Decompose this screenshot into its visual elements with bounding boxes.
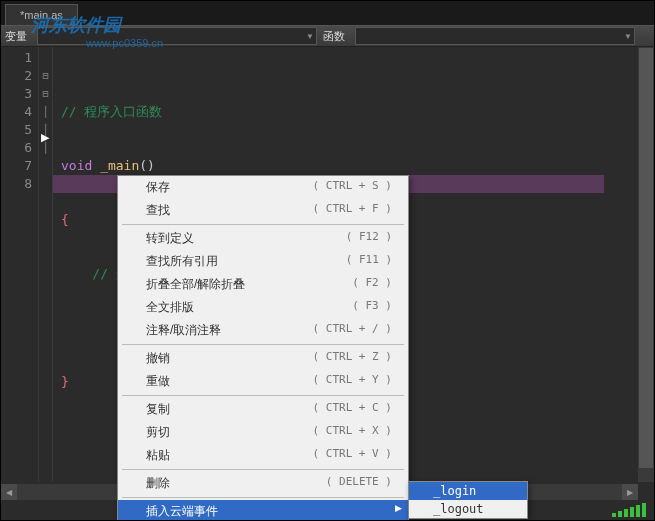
cursor-arrow-icon: ▶ xyxy=(41,131,49,144)
variable-dropdown[interactable]: ▼ xyxy=(37,27,317,45)
line-number: 8 xyxy=(1,175,32,193)
menu-toggle-comment[interactable]: 注释/取消注释( CTRL + / ) xyxy=(118,319,408,342)
variable-label: 变量 xyxy=(5,29,29,44)
vertical-scrollbar[interactable] xyxy=(638,47,654,482)
line-number-gutter: 1 2 3 4 5 6 7 8 xyxy=(1,47,39,482)
menu-undo[interactable]: 撤销( CTRL + Z ) xyxy=(118,347,408,370)
code-brace: } xyxy=(61,374,69,389)
menu-paste[interactable]: 粘贴( CTRL + V ) xyxy=(118,444,408,467)
line-number: 7 xyxy=(1,157,32,175)
code-function: _main xyxy=(92,158,139,173)
menu-delete[interactable]: 删除( DELETE ) xyxy=(118,472,408,495)
submenu-login[interactable]: _login xyxy=(409,482,527,500)
menu-redo[interactable]: 重做( CTRL + Y ) xyxy=(118,370,408,393)
line-number: 3 xyxy=(1,85,32,103)
code-comment: // 程序入口函数 xyxy=(61,104,162,119)
function-label: 函数 xyxy=(323,29,347,44)
menu-separator xyxy=(122,224,404,225)
scrollbar-thumb[interactable] xyxy=(639,48,653,468)
line-number: 2 xyxy=(1,67,32,85)
context-menu: 保存( CTRL + S ) 查找( CTRL + F ) 转到定义( F12 … xyxy=(117,175,409,521)
line-number: 1 xyxy=(1,49,32,67)
menu-format[interactable]: 全文排版( F3 ) xyxy=(118,296,408,319)
chevron-down-icon: ▼ xyxy=(624,32,632,41)
menu-separator xyxy=(122,344,404,345)
code-keyword: void xyxy=(61,158,92,173)
submenu-logout[interactable]: _logout xyxy=(409,500,527,518)
menu-separator xyxy=(122,469,404,470)
line-number: 4 xyxy=(1,103,32,121)
chevron-down-icon: ▼ xyxy=(306,32,314,41)
menu-save[interactable]: 保存( CTRL + S ) xyxy=(118,176,408,199)
function-dropdown[interactable]: ▼ xyxy=(355,27,635,45)
menu-find[interactable]: 查找( CTRL + F ) xyxy=(118,199,408,222)
signal-strength-icon xyxy=(612,503,646,517)
scroll-left-icon[interactable]: ◀ xyxy=(1,484,17,500)
menu-goto-definition[interactable]: 转到定义( F12 ) xyxy=(118,227,408,250)
tab-main[interactable]: *main.as xyxy=(5,4,78,25)
menu-fold-toggle[interactable]: 折叠全部/解除折叠( F2 ) xyxy=(118,273,408,296)
cloud-event-submenu: _login _logout xyxy=(408,481,528,519)
menu-separator xyxy=(122,497,404,498)
line-number: 5 xyxy=(1,121,32,139)
menu-copy[interactable]: 复制( CTRL + C ) xyxy=(118,398,408,421)
fold-gutter: ⊟ ⊟ │ │ │ xyxy=(39,47,53,482)
fold-toggle-icon[interactable]: ⊟ xyxy=(39,85,52,103)
code-brace: { xyxy=(61,212,69,227)
tab-bar: *main.as xyxy=(1,1,654,25)
menu-cut[interactable]: 剪切( CTRL + X ) xyxy=(118,421,408,444)
menu-separator xyxy=(122,395,404,396)
menu-insert-cloud-event[interactable]: 插入云端事件▶ xyxy=(118,500,408,521)
menu-find-references[interactable]: 查找所有引用( F11 ) xyxy=(118,250,408,273)
fold-toggle-icon[interactable]: ⊟ xyxy=(39,67,52,85)
editor-toolbar: 变量 ▼ 函数 ▼ xyxy=(1,25,654,47)
scroll-right-icon[interactable]: ▶ xyxy=(622,484,638,500)
line-number: 6 xyxy=(1,139,32,157)
submenu-arrow-icon: ▶ xyxy=(395,503,402,513)
